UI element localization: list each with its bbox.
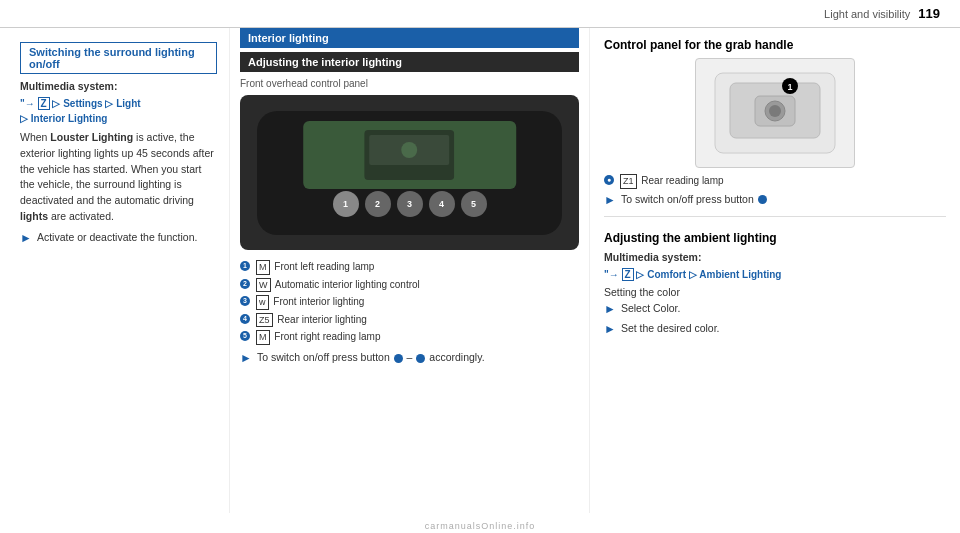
rear-bracket: Z1 xyxy=(620,174,637,189)
bullet-dot-1: 1 xyxy=(240,261,250,271)
left-arrow-item: ► Activate or deactivate the function. xyxy=(20,231,217,247)
interior-lighting-header: Interior lighting xyxy=(240,28,579,48)
ambient-arrow-2: ► Set the desired color. xyxy=(604,322,946,338)
middle-column: Interior lighting Adjusting the interior… xyxy=(230,28,590,513)
control-panel-svg: 1 xyxy=(705,68,845,158)
bullet-item-2: 2 W Automatic interior lighting control xyxy=(240,278,579,293)
bullet-text-3: w Front interior lighting xyxy=(256,295,579,310)
bullet-text-5: M Front right reading lamp xyxy=(256,330,579,345)
ambient-arrow-icon-2: ► xyxy=(604,322,616,338)
rear-lamp-bullet: ● Z1 Rear reading lamp xyxy=(604,174,946,189)
ambient-nav-path: "→ Z ▷ Comfort ▷ Ambient Lighting xyxy=(604,267,946,282)
panel-label: Front overhead control panel xyxy=(240,78,579,89)
mid-arrow-text: To switch on/off press button – accordin… xyxy=(257,351,485,363)
panel-image: 1 2 3 4 5 xyxy=(240,95,579,250)
bullet-text-1: M Front left reading lamp xyxy=(256,260,579,275)
bullet-list: 1 M Front left reading lamp 2 W Automati… xyxy=(240,260,579,345)
right-section-header: Control panel for the grab handle xyxy=(604,38,946,52)
header-title: Light and visibility xyxy=(824,8,910,20)
nav-path: "→ Z ▷ Settings ▷ Light▷ Interior Lighti… xyxy=(20,96,217,126)
panel-btn-1: 1 xyxy=(333,191,359,217)
bullet-item-1: 1 M Front left reading lamp xyxy=(240,260,579,275)
header-page-number: 119 xyxy=(918,6,940,21)
svg-point-2 xyxy=(402,142,418,158)
main-content: Switching the surround lighting on/off M… xyxy=(0,28,960,513)
bullet-text-2: W Automatic interior lighting control xyxy=(256,278,579,293)
bullet-dot-5: 5 xyxy=(240,331,250,341)
right-arrow-icon: ► xyxy=(604,193,616,209)
multimedia-label: Multimedia system: xyxy=(20,80,217,92)
panel-btn-5: 5 xyxy=(461,191,487,217)
control-panel-image: 1 xyxy=(695,58,855,168)
adjusting-header: Adjusting the interior lighting xyxy=(240,52,579,72)
section-divider xyxy=(604,216,946,217)
bullet-item-4: 4 Z5 Rear interior lighting xyxy=(240,313,579,328)
bracket-1: M xyxy=(256,260,270,275)
svg-text:1: 1 xyxy=(787,82,792,92)
ambient-setting-label: Setting the color xyxy=(604,286,946,298)
ambient-header: Adjusting the ambient lighting xyxy=(604,231,946,245)
ambient-section: Adjusting the ambient lighting Multimedi… xyxy=(604,231,946,337)
bracket-2: W xyxy=(256,278,271,293)
panel-btn-2: 2 xyxy=(365,191,391,217)
panel-buttons: 1 2 3 4 5 xyxy=(333,191,487,217)
bracket-4: Z5 xyxy=(256,313,273,328)
mid-arrow-item: ► To switch on/off press button – accord… xyxy=(240,351,579,367)
header-bar: Light and visibility 119 xyxy=(0,0,960,28)
left-arrow-text: Activate or deactivate the function. xyxy=(37,231,198,243)
panel-inner: 1 2 3 4 5 xyxy=(257,111,562,235)
nav-path-text: "→ Z ▷ Settings ▷ Light▷ Interior Lighti… xyxy=(20,97,141,124)
panel-btn-4: 4 xyxy=(429,191,455,217)
mid-arrow-icon: ► xyxy=(240,351,252,367)
svg-point-7 xyxy=(769,105,781,117)
left-body-text: When Louster Lighting is active, the ext… xyxy=(20,130,217,225)
ambient-arrow-text-1: Select Color. xyxy=(621,302,681,314)
bracket-5: M xyxy=(256,330,270,345)
right-column: Control panel for the grab handle 1 ● Z1 xyxy=(590,28,960,513)
bullet-dot-3: 3 xyxy=(240,296,250,306)
right-arrow-item: ► To switch on/off press button xyxy=(604,193,946,209)
bullet-item-3: 3 w Front interior lighting xyxy=(240,295,579,310)
left-section-header: Switching the surround lighting on/off xyxy=(20,42,217,74)
ambient-arrow-icon-1: ► xyxy=(604,302,616,318)
bullet-item-5: 5 M Front right reading lamp xyxy=(240,330,579,345)
bullet-text-4: Z5 Rear interior lighting xyxy=(256,313,579,328)
footer-watermark: carmanualsOnline.info xyxy=(425,521,536,531)
right-arrow-text: To switch on/off press button xyxy=(621,193,768,205)
ambient-multimedia-label: Multimedia system: xyxy=(604,251,946,263)
panel-btn-3: 3 xyxy=(397,191,423,217)
left-column: Switching the surround lighting on/off M… xyxy=(0,28,230,513)
rear-lamp-text: Z1 Rear reading lamp xyxy=(620,174,946,189)
ambient-arrow-text-2: Set the desired color. xyxy=(621,322,720,334)
panel-screen xyxy=(303,121,517,189)
arrow-icon: ► xyxy=(20,231,32,247)
ambient-arrow-1: ► Select Color. xyxy=(604,302,946,318)
bracket-3: w xyxy=(256,295,269,310)
bullet-dot-2: 2 xyxy=(240,279,250,289)
bullet-dot-4: 4 xyxy=(240,314,250,324)
rear-lamp-dot: ● xyxy=(604,175,614,185)
